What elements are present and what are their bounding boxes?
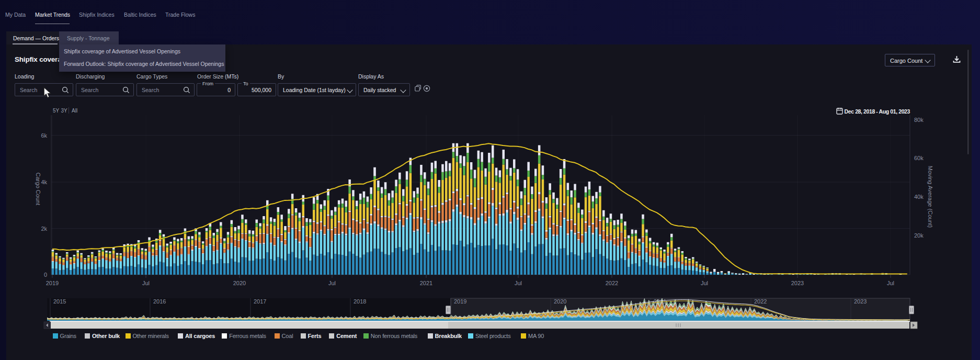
svg-text:2019: 2019: [46, 280, 59, 286]
svg-text:20k: 20k: [914, 232, 924, 239]
svg-text:2k: 2k: [41, 226, 47, 232]
svg-text:3Y: 3Y: [61, 108, 68, 114]
svg-text:All: All: [72, 108, 77, 114]
svg-text:Jul: Jul: [328, 280, 336, 286]
svg-text:80k: 80k: [914, 117, 924, 123]
svg-text:Cargo Count: Cargo Count: [35, 173, 41, 205]
svg-text:2020: 2020: [554, 298, 566, 305]
svg-text:5Y: 5Y: [53, 108, 60, 114]
svg-text:60k: 60k: [914, 155, 924, 161]
svg-text:6k: 6k: [41, 132, 47, 139]
svg-text:40k: 40k: [914, 194, 924, 200]
svg-text:Dec 28, 2018 - Aug 01, 2023: Dec 28, 2018 - Aug 01, 2023: [845, 108, 910, 115]
svg-text:2015: 2015: [53, 298, 66, 305]
svg-text:2023: 2023: [791, 280, 804, 286]
svg-text:2018: 2018: [354, 298, 366, 305]
svg-text:Moving Average (Count): Moving Average (Count): [927, 166, 933, 228]
svg-text:2017: 2017: [254, 298, 266, 305]
svg-text:Jul: Jul: [515, 280, 522, 286]
svg-text:2022: 2022: [754, 298, 767, 305]
svg-text:4k: 4k: [41, 179, 47, 185]
svg-text:2016: 2016: [153, 298, 166, 305]
svg-text:2019: 2019: [454, 298, 466, 305]
svg-text:Jul: Jul: [142, 280, 150, 286]
svg-text:2021: 2021: [420, 280, 432, 286]
svg-text:2023: 2023: [854, 298, 867, 305]
svg-text:2022: 2022: [606, 280, 618, 286]
svg-text:0: 0: [44, 272, 47, 278]
svg-text:Jul: Jul: [887, 280, 894, 286]
svg-text:Jul: Jul: [701, 280, 708, 286]
svg-text:2020: 2020: [233, 280, 246, 286]
